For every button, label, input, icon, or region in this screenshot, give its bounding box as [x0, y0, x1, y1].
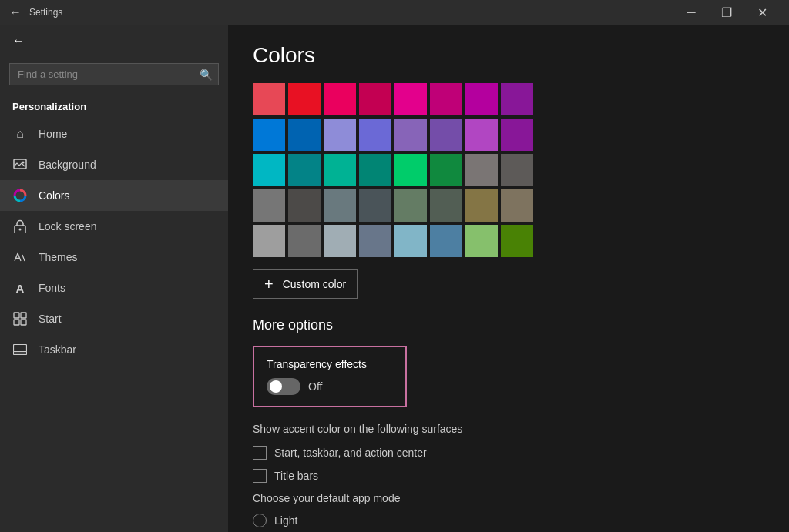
color-swatch[interactable]: [501, 83, 533, 115]
color-swatch[interactable]: [359, 119, 391, 151]
color-swatch[interactable]: [324, 154, 356, 186]
color-swatch[interactable]: [501, 154, 533, 186]
color-swatch[interactable]: [465, 83, 498, 115]
sidebar-item-themes[interactable]: Themes: [0, 242, 228, 273]
sidebar-item-lock-screen[interactable]: Lock screen: [0, 211, 228, 242]
color-swatch[interactable]: [430, 154, 462, 186]
sidebar-item-taskbar[interactable]: Taskbar: [0, 334, 228, 365]
start-taskbar-label: Start, taskbar, and action center: [274, 447, 427, 459]
svg-rect-8: [21, 320, 26, 325]
radio-row-light: Light: [253, 514, 764, 527]
search-icon: 🔍: [200, 69, 213, 81]
sidebar: ← 🔍 Personalization ⌂ Home Background Co…: [0, 25, 228, 532]
title-bar-title: Settings: [29, 7, 62, 18]
color-swatch[interactable]: [324, 225, 356, 257]
back-icon[interactable]: ←: [9, 5, 22, 19]
sidebar-item-fonts[interactable]: A Fonts: [0, 273, 228, 303]
svg-rect-7: [14, 320, 19, 325]
color-swatch[interactable]: [359, 225, 391, 257]
sidebar-search-container: 🔍: [9, 63, 219, 85]
color-swatch[interactable]: [394, 119, 427, 151]
lock-screen-icon: [12, 219, 28, 234]
checkbox-row-start-taskbar: Start, taskbar, and action center: [253, 446, 764, 460]
svg-rect-6: [21, 313, 26, 318]
color-swatch[interactable]: [359, 154, 391, 186]
sidebar-item-taskbar-label: Taskbar: [39, 343, 76, 356]
start-taskbar-checkbox[interactable]: [253, 446, 267, 460]
color-swatch[interactable]: [288, 83, 321, 115]
color-swatch[interactable]: [288, 154, 321, 186]
checkbox-row-title-bars: Title bars: [253, 469, 764, 483]
toggle-thumb: [270, 380, 282, 393]
color-swatch[interactable]: [288, 119, 321, 151]
color-swatch[interactable]: [253, 119, 285, 151]
color-swatch[interactable]: [430, 225, 462, 257]
color-swatch[interactable]: [253, 83, 285, 115]
custom-color-button[interactable]: + Custom color: [253, 269, 358, 299]
color-swatch[interactable]: [465, 119, 498, 151]
sidebar-item-background-label: Background: [39, 159, 96, 171]
title-bar-controls: ─ ❐ ✕: [673, 0, 780, 25]
color-swatch[interactable]: [359, 189, 391, 222]
background-icon: [12, 157, 28, 172]
color-swatch[interactable]: [253, 189, 285, 222]
fonts-icon: A: [12, 280, 28, 296]
color-swatch[interactable]: [430, 119, 462, 151]
color-swatch[interactable]: [253, 225, 285, 257]
title-bars-checkbox[interactable]: [253, 469, 267, 483]
light-mode-label: Light: [274, 514, 297, 527]
color-swatch[interactable]: [394, 225, 427, 257]
light-mode-radio[interactable]: [253, 514, 267, 527]
more-options-title: More options: [253, 317, 764, 333]
transparency-toggle[interactable]: [267, 378, 300, 395]
main-content: Colors: [228, 25, 789, 532]
colors-icon: [12, 188, 28, 203]
color-grid: [253, 83, 764, 257]
search-input[interactable]: [9, 63, 219, 85]
color-swatch[interactable]: [465, 154, 498, 186]
color-swatch[interactable]: [359, 83, 391, 115]
themes-icon: [12, 249, 28, 265]
color-swatch[interactable]: [501, 189, 533, 222]
transparency-off-label: Off: [308, 380, 322, 393]
color-swatch[interactable]: [288, 189, 321, 222]
plus-icon: +: [264, 276, 274, 292]
sidebar-back-button[interactable]: ←: [0, 25, 228, 57]
svg-point-4: [19, 229, 22, 231]
sidebar-item-colors[interactable]: Colors: [0, 180, 228, 211]
sidebar-item-background[interactable]: Background: [0, 149, 228, 180]
color-swatch[interactable]: [394, 154, 427, 186]
sidebar-item-start[interactable]: Start: [0, 303, 228, 334]
start-icon: [12, 311, 28, 326]
color-swatch[interactable]: [253, 154, 285, 186]
title-bar-left: ← Settings: [9, 5, 673, 19]
minimize-button[interactable]: ─: [673, 0, 709, 25]
sidebar-item-home[interactable]: ⌂ Home: [0, 119, 228, 149]
page-title: Colors: [253, 43, 764, 68]
title-bar: ← Settings ─ ❐ ✕: [0, 0, 789, 25]
color-swatch[interactable]: [394, 189, 427, 222]
color-swatch[interactable]: [430, 189, 462, 222]
color-swatch[interactable]: [288, 225, 321, 257]
sidebar-item-start-label: Start: [39, 313, 62, 325]
transparency-effects-box: Transparency effects Off: [253, 346, 407, 407]
color-swatch[interactable]: [430, 83, 462, 115]
color-swatch[interactable]: [501, 119, 533, 151]
sidebar-item-home-label: Home: [39, 128, 67, 140]
color-swatch[interactable]: [324, 119, 356, 151]
taskbar-icon: [12, 342, 28, 357]
app-body: ← 🔍 Personalization ⌂ Home Background Co…: [0, 25, 789, 532]
color-swatch[interactable]: [465, 189, 498, 222]
sidebar-section-title: Personalization: [0, 98, 228, 119]
sidebar-item-themes-label: Themes: [39, 251, 78, 263]
sidebar-item-lock-screen-label: Lock screen: [39, 220, 96, 233]
color-swatch[interactable]: [465, 225, 498, 257]
restore-button[interactable]: ❐: [709, 0, 744, 25]
color-swatch[interactable]: [501, 225, 533, 257]
color-swatch[interactable]: [324, 83, 356, 115]
close-button[interactable]: ✕: [744, 0, 780, 25]
transparency-label: Transparency effects: [267, 358, 393, 370]
color-swatch[interactable]: [324, 189, 356, 222]
color-swatch[interactable]: [394, 83, 427, 115]
svg-point-1: [22, 162, 25, 164]
